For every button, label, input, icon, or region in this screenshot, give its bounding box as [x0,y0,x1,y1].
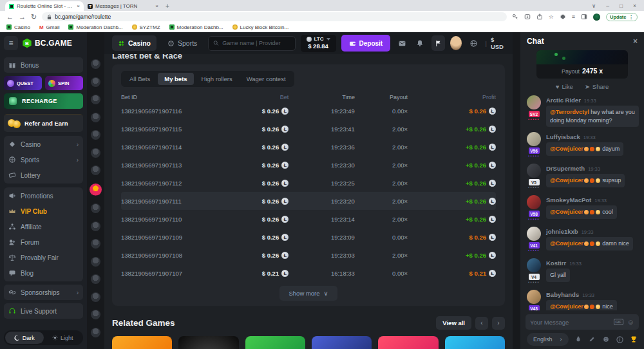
bookmark-star-icon[interactable]: ☆ [549,14,554,20]
url-field[interactable]: bc.game/game/roulette [42,12,507,21]
search-input[interactable] [222,40,290,46]
new-tab-button[interactable]: + [162,1,173,11]
sidebar-item-provably-fair[interactable]: Provably Fair [4,250,83,265]
chat-username[interactable]: Arctic Rider [546,97,581,104]
game-shortcut-icon[interactable] [91,59,100,69]
sidebar-item-sponsorships[interactable]: Sponsorships› [4,285,83,300]
carousel-next-button[interactable]: › [492,317,505,330]
avatar[interactable] [527,258,541,272]
user-avatar[interactable] [450,36,462,50]
game-thumbnail[interactable] [445,336,505,349]
table-row[interactable]: 138219056971907115 $ 0.26Ł 19:23:41 2.00… [121,120,496,138]
sidebar-item-vip-club[interactable]: VIP Club [4,203,83,219]
tab-high-rollers[interactable]: High rollers [195,73,239,85]
sidebar-item-promotions[interactable]: Promotions [4,188,83,203]
chat-language-selector[interactable]: English› [527,333,569,346]
rain-icon[interactable] [574,334,583,344]
fiat-currency-selector[interactable]: |$ USD [485,36,505,50]
inbox-button[interactable] [395,35,408,51]
reading-list-icon[interactable]: ≡ [572,14,575,20]
chat-username[interactable]: johnie1kxb [546,228,578,235]
extensions-icon[interactable] [560,14,566,20]
mention[interactable]: @Cowjuicer [550,303,583,310]
chat-username[interactable]: Kostirr [546,259,566,267]
bookmark-casino[interactable]: Casino [6,24,30,30]
game-shortcut-icon[interactable] [91,77,100,87]
chat-username[interactable]: SmokeyMacPot [546,196,591,203]
minimize-button[interactable]: – [606,3,609,9]
game-shortcut-icon[interactable] [91,274,100,284]
game-shortcut-icon[interactable] [91,292,100,302]
carousel-prev-button[interactable]: ‹ [475,317,488,330]
game-thumbnail[interactable] [245,336,305,349]
table-row[interactable]: 138219056971907113 $ 0.26Ł 19:23:30 2.00… [121,156,496,174]
game-shortcut-icon[interactable] [91,95,100,104]
game-shortcut-icon[interactable] [91,222,100,231]
light-mode-button[interactable]: Light [44,332,82,344]
tab-close-icon[interactable]: × [155,3,158,9]
sidebar-item-sports[interactable]: Sports› [4,152,83,167]
forward-button[interactable]: → [19,14,26,21]
chat-username[interactable]: DrSupermeth [546,165,585,172]
sidebar-item-blog[interactable]: Blog [4,265,83,281]
reload-button[interactable]: ↻ [31,14,37,21]
bookmark-lucky-block[interactable]: Lucky Block Bitcoin... [232,24,289,30]
language-globe-button[interactable] [467,35,480,51]
game-shortcut-icon[interactable] [91,148,100,158]
show-more-button[interactable]: Show more∨ [279,286,337,301]
browser-tab-torn[interactable]: T Messages | TORN × [84,1,162,11]
dark-mode-button[interactable]: Dark [5,332,44,344]
install-icon[interactable] [524,14,531,20]
avatar[interactable] [527,95,541,109]
close-chat-icon[interactable]: × [633,37,638,46]
sidebar-item-lottery[interactable]: Lottery [4,167,83,183]
bookmark-moderation-1[interactable]: Moderation Dashb... [68,24,122,30]
notifications-button[interactable] [413,35,426,51]
recharge-button[interactable]: RECHARGE [4,93,83,109]
mention[interactable]: @Cowjuicer [550,146,583,152]
chat-messages[interactable]: Payout2475 x ♥Like ➤Share SV2 ••••• Arct… [520,50,644,310]
mention[interactable]: @Cowjuicer [550,209,583,215]
sidebar-item-live-support[interactable]: Live Support [4,303,83,319]
emoji-icon[interactable]: ☺ [627,318,634,326]
maximize-button[interactable]: □ [620,3,623,9]
key-icon[interactable] [512,14,518,20]
chat-username[interactable]: Luffyisback [546,133,580,140]
balance-selector[interactable]: LTC $ 28.84 [301,35,336,52]
bookmark-moderation-2[interactable]: Moderation Dashb... [169,24,223,30]
table-row-highlighted[interactable]: 138219056971907111 $ 0.26Ł 19:23:20 2.00… [121,192,496,210]
gif-icon[interactable]: GIF [614,319,623,325]
game-thumbnail[interactable] [312,336,372,349]
game-shortcut-icon[interactable] [91,239,100,249]
browser-tab-active[interactable]: Roulette Online Slot - Play onlin... × [5,1,84,11]
share-button[interactable]: ➤Share [585,83,609,90]
moderation-flag-button[interactable] [431,35,444,51]
mention[interactable]: @Cowjuicer [550,240,583,247]
spin-button[interactable]: SPIN [45,76,83,90]
back-button[interactable]: ← [6,14,14,21]
hamburger-menu-icon[interactable]: ≡ [4,36,18,50]
nav-tab-casino[interactable]: Casino [112,35,156,51]
mention[interactable]: @Cowjuicer [550,177,583,184]
chrome-update-button[interactable]: Update⋮ [606,13,638,21]
avatar[interactable] [527,132,541,146]
tab-all-bets[interactable]: All Bets [123,73,156,85]
share-icon[interactable] [536,14,543,20]
chrome-profile-avatar[interactable] [593,14,600,21]
like-button[interactable]: ♥Like [556,83,573,90]
bcgame-logo[interactable]: B BC.GAME [22,38,72,48]
sidebar-item-affiliate[interactable]: Affiliate [4,219,83,234]
game-thumbnail[interactable] [378,336,438,349]
info-icon[interactable] [616,334,624,344]
table-row[interactable]: 138219056971907114 $ 0.26Ł 19:23:36 2.00… [121,138,496,156]
tab-my-bets[interactable]: My bets [158,73,193,85]
game-shortcut-icon[interactable] [91,328,100,337]
table-row[interactable]: 138219056971907107 $ 0.21Ł 16:18:33 0.00… [121,264,496,282]
side-panel-icon[interactable] [581,14,587,20]
chrome-menu-icon[interactable]: ∨ [592,3,596,9]
avatar[interactable] [527,227,541,241]
bookmark-gmail[interactable]: MGmail [39,24,60,30]
avatar[interactable] [527,290,541,304]
pen-icon[interactable] [588,334,596,344]
chat-username[interactable]: Babyhands [546,291,579,298]
